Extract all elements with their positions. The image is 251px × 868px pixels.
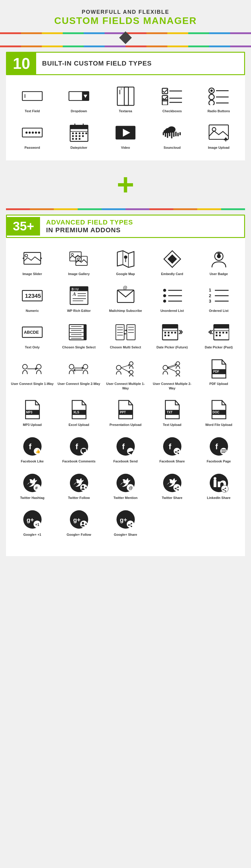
svg-point-140 bbox=[23, 364, 28, 369]
embedly-card-label: Embedly Card bbox=[161, 272, 183, 276]
linkedin-share-label: LinkedIn Share bbox=[207, 496, 231, 500]
svg-point-57 bbox=[164, 130, 168, 133]
header-title: CUSTOM FIELDS MANAGER bbox=[6, 15, 245, 26]
dropdown-icon bbox=[67, 86, 91, 106]
svg-point-148 bbox=[130, 362, 133, 365]
icon-doc-word-upload: DOC Word File Upload bbox=[195, 395, 242, 431]
svg-point-232 bbox=[81, 522, 84, 524]
icon-user-badge: User Badge bbox=[195, 244, 242, 280]
svg-text:B I U: B I U bbox=[71, 288, 78, 291]
icon-linkedin-share: LinkedIn Share bbox=[195, 468, 242, 504]
wp-rich-editor-label: WP Rich Editor bbox=[67, 309, 91, 313]
svg-rect-41 bbox=[82, 135, 84, 137]
svg-text:3: 3 bbox=[209, 299, 211, 304]
svg-line-150 bbox=[121, 365, 130, 368]
svg-point-64 bbox=[25, 254, 28, 257]
svg-text:ABCDE: ABCDE bbox=[24, 330, 39, 335]
svg-rect-38 bbox=[72, 135, 74, 137]
svg-point-26 bbox=[35, 132, 37, 134]
text-only-label: Text Only bbox=[25, 345, 39, 349]
svg-point-70 bbox=[77, 258, 79, 260]
icon-textarea: Textarea bbox=[102, 81, 149, 118]
svg-text:g+: g+ bbox=[27, 517, 34, 523]
svg-rect-0 bbox=[23, 92, 42, 100]
image-slider-icon bbox=[20, 248, 44, 269]
video-icon bbox=[113, 122, 138, 143]
facebook-share-label: Facebook Share bbox=[159, 459, 185, 463]
svg-text:+1: +1 bbox=[35, 523, 39, 527]
facebook-comments-icon: f bbox=[67, 436, 91, 457]
text-only-icon: ABCDE bbox=[20, 322, 44, 343]
svg-rect-123 bbox=[163, 325, 178, 329]
text-upload-label: Text Upload bbox=[163, 423, 181, 427]
user-connect-multiple-2way-label: User Connect Multiple 2-Way bbox=[150, 382, 194, 390]
svg-point-152 bbox=[163, 365, 168, 370]
image-gallery-icon bbox=[67, 248, 91, 269]
pdf-upload-label: PDF Upload bbox=[210, 382, 228, 386]
unordered-list-icon bbox=[160, 285, 184, 306]
svg-rect-36 bbox=[82, 132, 84, 134]
pdf-upload-icon: PDF bbox=[207, 358, 231, 379]
facebook-page-icon: f bbox=[207, 436, 231, 457]
google-plus-1-icon: g+ +1 bbox=[20, 509, 44, 530]
chosen-multi-select-label: Chosen Multi Select bbox=[110, 345, 141, 349]
svg-point-203 bbox=[81, 486, 84, 488]
svg-rect-139 bbox=[219, 335, 221, 336]
svg-point-24 bbox=[29, 132, 31, 134]
date-picker-future-icon bbox=[160, 322, 184, 343]
icon-soundcloud: Souncloud bbox=[149, 118, 195, 154]
icon-google-plus-share: g+ Google+ Share bbox=[102, 505, 149, 541]
icon-date-picker-future: Date Picker (Future) bbox=[149, 317, 195, 354]
excel-upload-label: Excel Upload bbox=[68, 423, 89, 427]
icon-datepicker: Datepicker bbox=[56, 118, 102, 154]
svg-rect-128 bbox=[175, 332, 176, 334]
icon-mailchimp-subscribe: @ Mailchimp Subscribe bbox=[102, 281, 149, 317]
text-field-icon bbox=[20, 86, 44, 106]
svg-point-27 bbox=[38, 132, 40, 134]
facebook-share-icon: f bbox=[160, 436, 184, 457]
icon-chosen-multi-select: Chosen Multi Select bbox=[102, 317, 149, 354]
google-plus-follow-icon: g+ bbox=[67, 509, 91, 530]
icon-facebook-share: f Facebook Share bbox=[149, 431, 195, 468]
wp-rich-editor-icon: B I U A bbox=[67, 285, 91, 306]
plus-icon: + bbox=[9, 169, 242, 199]
svg-text:PDF: PDF bbox=[213, 370, 219, 373]
image-slider-label: Image Slider bbox=[23, 272, 42, 276]
svg-text:g+: g+ bbox=[73, 517, 80, 523]
twitter-hashtag-icon: # bbox=[20, 472, 44, 493]
icon-facebook-comments: f Facebook Comments bbox=[56, 431, 102, 468]
svg-rect-54 bbox=[178, 133, 179, 136]
svg-rect-130 bbox=[168, 335, 170, 336]
facebook-like-label: Facebook Like bbox=[21, 459, 44, 463]
video-label: Video bbox=[121, 146, 130, 150]
datepicker-icon bbox=[67, 122, 91, 143]
svg-rect-44 bbox=[79, 138, 80, 140]
icon-pdf-upload: PDF PDF Upload bbox=[195, 354, 242, 395]
icon-embedly-card: Embedly Card bbox=[149, 244, 195, 280]
icon-text-upload: TXT Text Upload bbox=[149, 395, 195, 431]
svg-text:f: f bbox=[29, 442, 31, 451]
svg-point-220 bbox=[222, 489, 223, 490]
section2-label: ADVANCED FIELD TYPESIN PREMIUM ADDONS bbox=[40, 216, 139, 237]
mp3-upload-icon: MP3 bbox=[20, 399, 44, 420]
svg-line-151 bbox=[121, 368, 130, 372]
google-plus-follow-label: Google+ Follow bbox=[67, 532, 91, 537]
svg-rect-35 bbox=[79, 132, 80, 134]
section2-banner: 35+ ADVANCED FIELD TYPESIN PREMIUM ADDON… bbox=[6, 215, 245, 238]
icon-user-connect-multiple-2way: User Connect Multiple 2-Way bbox=[149, 354, 195, 395]
user-connect-single-2way-icon bbox=[67, 358, 91, 379]
icon-text-only: ABCDE Text Only bbox=[9, 317, 56, 354]
svg-point-153 bbox=[176, 362, 180, 365]
diamond-icon bbox=[0, 33, 251, 43]
embedly-card-icon bbox=[160, 248, 184, 269]
svg-point-25 bbox=[32, 132, 34, 134]
user-connect-single-1way-label: User Connect Single 1-Way bbox=[11, 382, 54, 386]
svg-text:2: 2 bbox=[209, 293, 211, 298]
icon-ordered-list: 1 2 3 Ordered List bbox=[195, 281, 242, 317]
google-map-label: Google Map bbox=[116, 272, 135, 276]
text-field-label: Text Field bbox=[25, 109, 40, 113]
svg-rect-37 bbox=[85, 132, 87, 134]
svg-text:1: 1 bbox=[209, 288, 211, 292]
textarea-label: Textarea bbox=[119, 109, 132, 113]
svg-point-20 bbox=[209, 100, 214, 105]
